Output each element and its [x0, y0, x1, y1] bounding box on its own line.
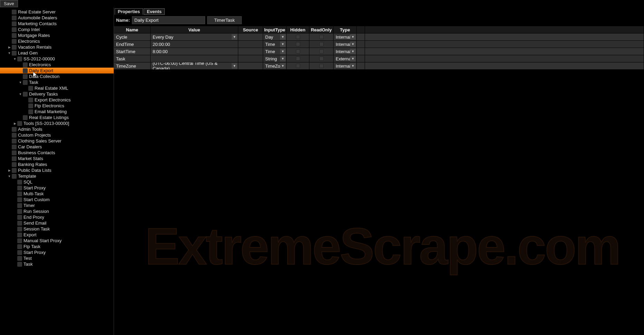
- tree-item[interactable]: Vacation Rentals: [0, 44, 114, 50]
- tree-item[interactable]: Admin Tools: [0, 126, 114, 132]
- tree-item[interactable]: SS-2012-00000: [0, 56, 114, 62]
- tree-item[interactable]: Tools [SS-2013-00000]: [0, 120, 114, 126]
- tree-item[interactable]: Export: [0, 232, 114, 238]
- cell-hidden-checkbox[interactable]: [296, 42, 300, 46]
- dropdown-icon[interactable]: [350, 34, 356, 40]
- cell-value[interactable]: (UTC-06:00) Central Time (US & Canada): [151, 62, 238, 69]
- tree-item[interactable]: Real Estate Listings: [0, 115, 114, 120]
- expander-icon[interactable]: [8, 175, 11, 178]
- cell-inputtype[interactable]: TimeZone: [263, 62, 287, 69]
- dropdown-icon[interactable]: [350, 63, 356, 69]
- cell-value[interactable]: 20:00:00: [151, 41, 238, 48]
- cell-source[interactable]: [238, 48, 263, 55]
- cell-value[interactable]: [151, 55, 238, 62]
- tree-item[interactable]: Marketing Contacts: [0, 21, 114, 27]
- cell-inputtype[interactable]: Time: [263, 41, 287, 48]
- cell-readonly-checkbox[interactable]: [319, 35, 324, 39]
- cell-extra[interactable]: [357, 48, 365, 55]
- tree-item[interactable]: Manual Start Proxy: [0, 238, 114, 244]
- cell-extra[interactable]: [357, 33, 365, 40]
- tree-item[interactable]: Electronics: [0, 62, 114, 68]
- tab-properties[interactable]: Properties: [115, 8, 143, 15]
- tree-item[interactable]: Delivery Tasks: [0, 91, 114, 97]
- cell-hidden-checkbox[interactable]: [296, 35, 300, 39]
- tree-item[interactable]: Clothing Sales Server: [0, 138, 114, 144]
- cell-readonly-checkbox[interactable]: [319, 42, 324, 46]
- dropdown-icon[interactable]: [350, 56, 356, 61]
- dropdown-icon[interactable]: [280, 49, 286, 54]
- tree-item[interactable]: Electronics: [0, 38, 114, 44]
- tree-item[interactable]: Daily Export: [0, 68, 114, 73]
- cell-extra[interactable]: [357, 41, 365, 48]
- cell-type[interactable]: Internal: [334, 62, 357, 69]
- tree-item[interactable]: Lead Gen: [0, 50, 114, 56]
- dropdown-icon[interactable]: [280, 63, 286, 69]
- expander-icon[interactable]: [13, 122, 17, 125]
- cell-hidden-checkbox[interactable]: [296, 49, 300, 53]
- cell-readonly-checkbox[interactable]: [319, 64, 324, 68]
- tree-item[interactable]: Automobile Dealers: [0, 15, 114, 21]
- dropdown-icon[interactable]: [350, 49, 356, 54]
- expander-icon[interactable]: [19, 81, 22, 84]
- tree-item[interactable]: Car Dealers: [0, 144, 114, 150]
- expander-icon[interactable]: [8, 46, 11, 49]
- tree-item[interactable]: Banking Rates: [0, 161, 114, 167]
- cell-type[interactable]: Internal: [334, 48, 357, 55]
- cell-readonly-checkbox[interactable]: [319, 57, 324, 61]
- name-input[interactable]: [132, 16, 205, 24]
- tree-item[interactable]: End Proxy: [0, 214, 114, 220]
- tree-item[interactable]: Run Session: [0, 208, 114, 214]
- cell-extra[interactable]: [357, 62, 365, 69]
- cell-source[interactable]: [238, 55, 263, 62]
- tree-item[interactable]: Start Proxy: [0, 249, 114, 255]
- cell-value[interactable]: 8:00:00: [151, 48, 238, 55]
- cell-readonly-checkbox[interactable]: [319, 49, 324, 53]
- tree-item[interactable]: Comp Intel: [0, 27, 114, 32]
- cell-hidden-checkbox[interactable]: [296, 64, 300, 68]
- tree-item[interactable]: Timer: [0, 203, 114, 208]
- cell-inputtype[interactable]: String: [263, 55, 287, 62]
- cell-type[interactable]: Internal: [334, 33, 357, 40]
- dropdown-icon[interactable]: [280, 56, 286, 61]
- cell-inputtype[interactable]: Time: [263, 48, 287, 55]
- cell-source[interactable]: [238, 33, 263, 40]
- cell-type[interactable]: External: [334, 55, 357, 62]
- dropdown-icon[interactable]: [280, 34, 286, 40]
- tree-item[interactable]: Real Estate Server: [0, 9, 114, 15]
- save-button[interactable]: Save: [0, 0, 18, 7]
- dropdown-icon[interactable]: [232, 34, 237, 40]
- tree-item[interactable]: Email Marketing: [0, 109, 114, 115]
- tree-item[interactable]: Send Email: [0, 220, 114, 226]
- expander-icon[interactable]: [8, 169, 11, 172]
- cell-value[interactable]: Every Day: [151, 33, 238, 40]
- cell-inputtype[interactable]: Day: [263, 33, 287, 40]
- tree-item[interactable]: Start Custom: [0, 197, 114, 203]
- tree-item[interactable]: Data Collection: [0, 73, 114, 79]
- dropdown-icon[interactable]: [280, 41, 286, 47]
- tree-item[interactable]: Ftp Task: [0, 244, 114, 249]
- tab-events[interactable]: Events: [144, 8, 165, 15]
- cell-hidden-checkbox[interactable]: [296, 57, 300, 61]
- tree-item[interactable]: Business Contacts: [0, 150, 114, 156]
- tree-item[interactable]: Public Data Lists: [0, 167, 114, 173]
- tree-item[interactable]: SQL: [0, 179, 114, 185]
- expander-icon[interactable]: [19, 92, 22, 96]
- tree-item[interactable]: Mortgage Rates: [0, 32, 114, 38]
- cell-type[interactable]: Internal: [334, 41, 357, 48]
- tree-item[interactable]: Export Electronics: [0, 97, 114, 103]
- tree-item[interactable]: Real Estate XML: [0, 85, 114, 91]
- tree-item[interactable]: Test: [0, 255, 114, 261]
- cell-source[interactable]: [238, 62, 263, 69]
- tree-item[interactable]: Multi-Task: [0, 191, 114, 197]
- expander-icon[interactable]: [8, 51, 11, 55]
- cell-extra[interactable]: [357, 55, 365, 62]
- dropdown-icon[interactable]: [350, 41, 356, 47]
- tree-item[interactable]: Ftp Electronics: [0, 103, 114, 109]
- dropdown-icon[interactable]: [232, 63, 237, 69]
- tree-item[interactable]: Market Stats: [0, 156, 114, 161]
- cell-source[interactable]: [238, 41, 263, 48]
- tree-item[interactable]: Template: [0, 173, 114, 179]
- tree-item[interactable]: Start Proxy: [0, 185, 114, 191]
- tree-item[interactable]: Custom Projects: [0, 132, 114, 138]
- tree-item[interactable]: Session Task: [0, 226, 114, 232]
